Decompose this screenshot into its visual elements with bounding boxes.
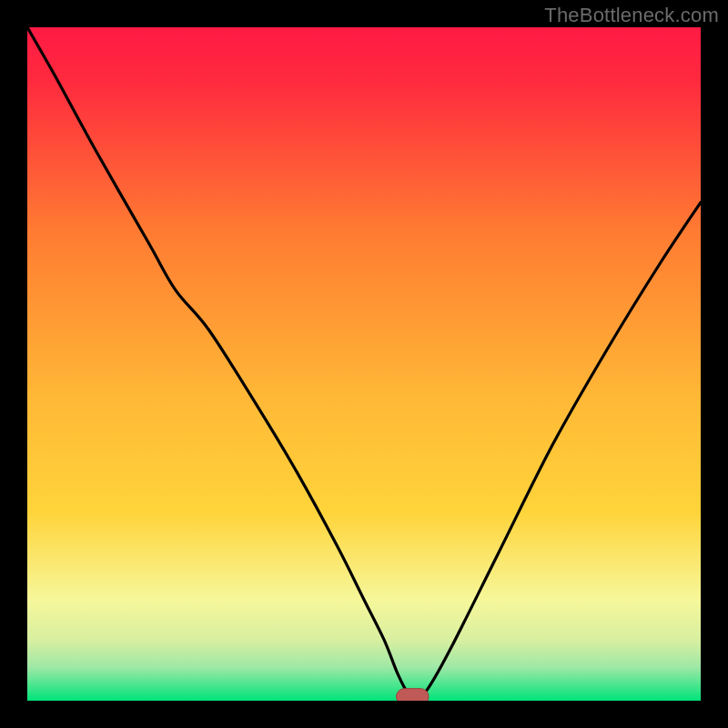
bottleneck-curve — [27, 27, 701, 701]
chart-stage: TheBottleneck.com — [0, 0, 728, 728]
watermark-text: TheBottleneck.com — [544, 4, 719, 27]
curve-path — [27, 27, 701, 697]
optimal-marker — [397, 689, 430, 701]
plot-area — [27, 27, 701, 701]
